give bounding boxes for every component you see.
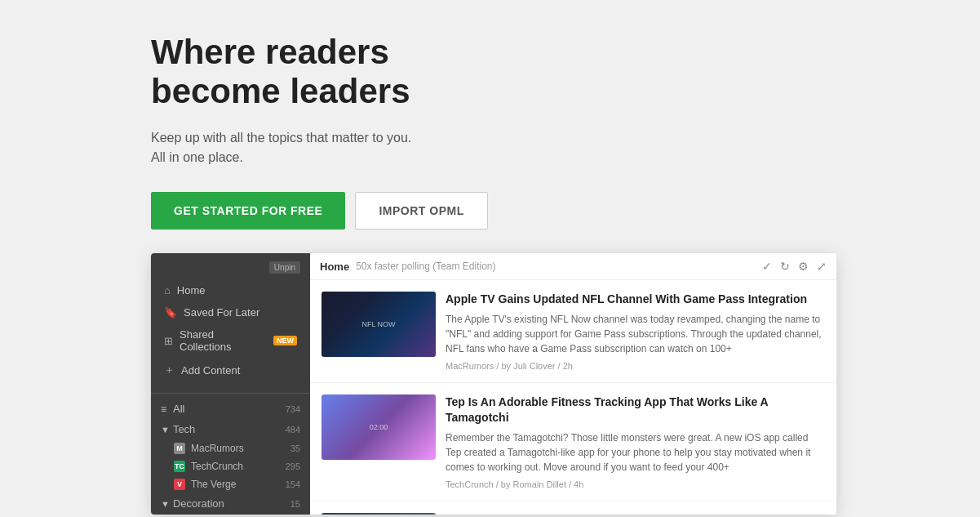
unpin-button[interactable]: Unpin bbox=[269, 261, 300, 274]
article-excerpt: The Apple TV's existing NFL Now channel … bbox=[446, 312, 825, 356]
content-feed-subtitle: 50x faster polling (Team Edition) bbox=[356, 261, 495, 272]
shared-icon: ⊞ bbox=[164, 335, 173, 347]
sidebar-item-saved[interactable]: 🔖 Saved For Later bbox=[161, 302, 300, 323]
refresh-icon[interactable]: ↻ bbox=[780, 260, 790, 273]
sidebar-section-tech[interactable]: ▼ Tech 484 bbox=[151, 419, 310, 439]
article-title: Apple Seeds Eighth Beta of OS X El Capit… bbox=[446, 513, 825, 515]
check-icon[interactable]: ✓ bbox=[762, 260, 772, 273]
sidebar-divider bbox=[151, 393, 310, 394]
add-icon: ＋ bbox=[164, 363, 175, 377]
article-thumbnail: 02:00 bbox=[321, 394, 436, 460]
hero-section: Where readers become leaders Keep up wit… bbox=[0, 0, 980, 254]
home-icon: ⌂ bbox=[164, 284, 171, 296]
sidebar-top: Unpin ⌂ Home 🔖 Saved For Later ⊞ Shared … bbox=[151, 253, 310, 388]
get-started-button[interactable]: GET STARTED FOR FREE bbox=[151, 192, 345, 230]
article-excerpt: Remember the Tamagotchi? Those little mo… bbox=[446, 430, 825, 475]
article-thumbnail: NFL NOW bbox=[321, 292, 436, 357]
content-header: Home 50x faster polling (Team Edition) ✓… bbox=[310, 253, 836, 280]
article-title: Tep Is An Adorable Fitness Tracking App … bbox=[446, 394, 825, 426]
sidebar-section-decoration[interactable]: ▼ Decoration 15 bbox=[151, 493, 310, 514]
sidebar-feeds: ≡ All 734 ▼ Tech 484 M MacRumors 35 TC T… bbox=[151, 399, 310, 515]
import-opml-button[interactable]: IMPORT OPML bbox=[355, 192, 487, 230]
main-content: Home 50x faster polling (Team Edition) ✓… bbox=[310, 253, 836, 515]
new-badge: NEW bbox=[273, 336, 297, 345]
app-preview: Unpin ⌂ Home 🔖 Saved For Later ⊞ Shared … bbox=[151, 253, 836, 515]
feed-item-theverge[interactable]: V The Verge 154 bbox=[151, 475, 310, 493]
content-feed-title: Home bbox=[320, 261, 349, 273]
article-thumbnail: OS X bbox=[321, 513, 436, 515]
expand-icon[interactable]: ⤢ bbox=[817, 260, 827, 273]
lines-icon: ≡ bbox=[161, 403, 166, 415]
article-body: Apple TV Gains Updated NFL Channel With … bbox=[446, 292, 825, 371]
article-meta: MacRumors / by Juli Clover / 2h bbox=[446, 361, 825, 371]
article-title: Apple TV Gains Updated NFL Channel With … bbox=[446, 292, 825, 307]
sidebar-item-all[interactable]: ≡ All 734 bbox=[151, 399, 310, 419]
feed-item-techcrunch[interactable]: TC TechCrunch 295 bbox=[151, 457, 310, 475]
sidebar: Unpin ⌂ Home 🔖 Saved For Later ⊞ Shared … bbox=[151, 253, 310, 515]
techcrunch-favicon: TC bbox=[174, 461, 185, 472]
article-body: Apple Seeds Eighth Beta of OS X El Capit… bbox=[446, 513, 825, 515]
article-item[interactable]: 02:00 Tep Is An Adorable Fitness Trackin… bbox=[310, 383, 836, 501]
sidebar-item-shared-collections[interactable]: ⊞ Shared Collections NEW bbox=[161, 324, 300, 357]
article-item[interactable]: NFL NOW Apple TV Gains Updated NFL Chann… bbox=[310, 280, 836, 383]
hero-title: Where readers become leaders bbox=[151, 33, 494, 112]
settings-icon[interactable]: ⚙ bbox=[798, 260, 809, 273]
sidebar-item-add-content[interactable]: ＋ Add Content bbox=[161, 359, 300, 381]
macrumors-favicon: M bbox=[174, 443, 185, 454]
sidebar-item-home[interactable]: ⌂ Home bbox=[161, 280, 300, 301]
hero-buttons: GET STARTED FOR FREE IMPORT OPML bbox=[151, 192, 980, 230]
header-actions: ✓ ↻ ⚙ ⤢ bbox=[762, 260, 827, 273]
feed-item-fresh-home[interactable]: F Fresh Home 6 bbox=[151, 514, 310, 515]
feed-item-macrumors[interactable]: M MacRumors 35 bbox=[151, 439, 310, 457]
article-list: NFL NOW Apple TV Gains Updated NFL Chann… bbox=[310, 280, 836, 515]
theverge-favicon: V bbox=[174, 479, 185, 490]
bookmark-icon: 🔖 bbox=[164, 306, 177, 319]
article-meta: TechCrunch / by Romain Dillet / 4h bbox=[446, 479, 825, 489]
article-item[interactable]: OS X Apple Seeds Eighth Beta of OS X El … bbox=[310, 501, 836, 515]
chevron-down-icon: ▼ bbox=[161, 425, 170, 435]
article-body: Tep Is An Adorable Fitness Tracking App … bbox=[446, 394, 825, 489]
chevron-down-icon-2: ▼ bbox=[161, 499, 170, 509]
hero-subtitle: Keep up with all the topics that matter … bbox=[151, 128, 494, 167]
